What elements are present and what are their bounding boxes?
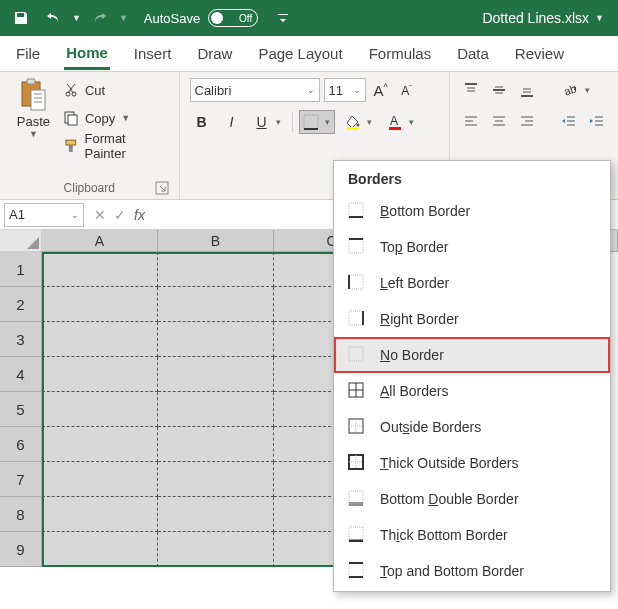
- align-left-button[interactable]: [460, 110, 482, 132]
- row-header[interactable]: 6: [0, 427, 42, 462]
- cell[interactable]: [158, 392, 274, 427]
- align-bottom-button[interactable]: [516, 79, 538, 101]
- tab-file[interactable]: File: [14, 39, 42, 68]
- scissors-icon: [63, 82, 79, 98]
- align-top-button[interactable]: [460, 79, 482, 101]
- row-header[interactable]: 1: [0, 252, 42, 287]
- autosave-toggle[interactable]: Off: [208, 9, 258, 27]
- row-header[interactable]: 8: [0, 497, 42, 532]
- tab-home[interactable]: Home: [64, 38, 110, 70]
- save-button[interactable]: [8, 5, 34, 31]
- cell[interactable]: [158, 287, 274, 322]
- tab-review[interactable]: Review: [513, 39, 566, 68]
- border-menu-label: Left Border: [380, 275, 449, 291]
- increase-indent-button[interactable]: [586, 110, 608, 132]
- paste-dropdown-icon: ▼: [29, 129, 38, 139]
- cell[interactable]: [42, 357, 158, 392]
- border-menu-item-thick-outside-borders[interactable]: Thick Outside Borders: [334, 445, 610, 481]
- clipboard-dialog-launcher[interactable]: [155, 181, 169, 195]
- cell[interactable]: [42, 322, 158, 357]
- border-menu-item-bottom-double-border[interactable]: Bottom Double Border: [334, 481, 610, 517]
- svg-text:ab: ab: [562, 82, 578, 97]
- cell[interactable]: [42, 252, 158, 287]
- increase-font-button[interactable]: A^: [370, 79, 392, 101]
- border-menu-label: Thick Bottom Border: [380, 527, 508, 543]
- border-menu-item-bottom-border[interactable]: Bottom Border: [334, 193, 610, 229]
- tab-data[interactable]: Data: [455, 39, 491, 68]
- border-menu-item-all-borders[interactable]: All Borders: [334, 373, 610, 409]
- borders-button[interactable]: ▾: [299, 110, 335, 134]
- border-menu-label: Right Border: [380, 311, 459, 327]
- redo-dropdown-icon[interactable]: ▼: [119, 13, 128, 23]
- qat-customize-button[interactable]: [270, 5, 296, 31]
- font-name-select[interactable]: Calibri⌄: [190, 78, 320, 102]
- row-header[interactable]: 2: [0, 287, 42, 322]
- border-menu-item-top-border[interactable]: Top Border: [334, 229, 610, 265]
- border-menu-item-thick-bottom-border[interactable]: Thick Bottom Border: [334, 517, 610, 553]
- border-option-icon: [348, 490, 366, 508]
- svg-rect-7: [68, 115, 77, 125]
- svg-rect-63: [349, 527, 363, 541]
- undo-dropdown-icon[interactable]: ▼: [72, 13, 81, 23]
- tab-draw[interactable]: Draw: [195, 39, 234, 68]
- align-right-button[interactable]: [516, 110, 538, 132]
- row-header[interactable]: 5: [0, 392, 42, 427]
- cell[interactable]: [42, 392, 158, 427]
- tab-page-layout[interactable]: Page Layout: [256, 39, 344, 68]
- filename-label[interactable]: Dotted Lines.xlsx ▼: [482, 10, 604, 26]
- row-header[interactable]: 9: [0, 532, 42, 567]
- cell[interactable]: [158, 462, 274, 497]
- font-size-select[interactable]: 11⌄: [324, 78, 366, 102]
- decrease-font-button[interactable]: Aˇ: [396, 79, 418, 101]
- cell[interactable]: [42, 497, 158, 532]
- paste-button[interactable]: Paste ▼: [10, 78, 57, 179]
- cell[interactable]: [42, 462, 158, 497]
- fx-button[interactable]: fx: [134, 207, 145, 223]
- cell[interactable]: [42, 287, 158, 322]
- row-header[interactable]: 3: [0, 322, 42, 357]
- decrease-indent-button[interactable]: [558, 110, 580, 132]
- border-menu-item-outside-borders[interactable]: Outside Borders: [334, 409, 610, 445]
- border-menu-item-left-border[interactable]: Left Border: [334, 265, 610, 301]
- border-menu-item-no-border[interactable]: No Border: [334, 337, 610, 373]
- border-menu-item-right-border[interactable]: Right Border: [334, 301, 610, 337]
- align-center-button[interactable]: [488, 110, 510, 132]
- borders-dropdown-icon[interactable]: ▾: [322, 117, 334, 127]
- select-all-corner[interactable]: [0, 230, 42, 252]
- orientation-button[interactable]: ab ▾: [558, 78, 594, 102]
- underline-button[interactable]: U ▾: [250, 110, 286, 134]
- undo-button[interactable]: [40, 5, 66, 31]
- bold-button[interactable]: B: [190, 110, 214, 134]
- border-menu-label: Bottom Double Border: [380, 491, 519, 507]
- cell[interactable]: [158, 532, 274, 567]
- cell[interactable]: [158, 357, 274, 392]
- cell[interactable]: [158, 252, 274, 287]
- column-header[interactable]: A: [42, 230, 158, 252]
- cell[interactable]: [42, 532, 158, 567]
- svg-rect-16: [389, 127, 401, 130]
- font-color-button[interactable]: A ▾: [383, 110, 419, 134]
- column-header[interactable]: B: [158, 230, 274, 252]
- align-middle-button[interactable]: [488, 79, 510, 101]
- border-menu-item-top-and-bottom-border[interactable]: Top and Bottom Border: [334, 553, 610, 589]
- italic-button[interactable]: I: [220, 110, 244, 134]
- border-menu-label: Top Border: [380, 239, 449, 255]
- format-painter-button[interactable]: Format Painter: [63, 134, 169, 158]
- orientation-icon: ab: [562, 82, 578, 98]
- cut-button[interactable]: Cut: [63, 78, 169, 102]
- cell[interactable]: [158, 497, 274, 532]
- tab-formulas[interactable]: Formulas: [367, 39, 434, 68]
- cell[interactable]: [42, 427, 158, 462]
- group-label-clipboard: Clipboard: [10, 179, 169, 197]
- row-header[interactable]: 7: [0, 462, 42, 497]
- name-box[interactable]: A1⌄: [4, 203, 84, 227]
- copy-button[interactable]: Copy ▼: [63, 106, 169, 130]
- row-header[interactable]: 4: [0, 357, 42, 392]
- cell[interactable]: [158, 322, 274, 357]
- cell[interactable]: [158, 427, 274, 462]
- redo-button[interactable]: [87, 5, 113, 31]
- enter-formula-icon[interactable]: ✓: [114, 207, 126, 223]
- fill-color-button[interactable]: ▾: [341, 110, 377, 134]
- tab-insert[interactable]: Insert: [132, 39, 174, 68]
- cancel-formula-icon[interactable]: ✕: [94, 207, 106, 223]
